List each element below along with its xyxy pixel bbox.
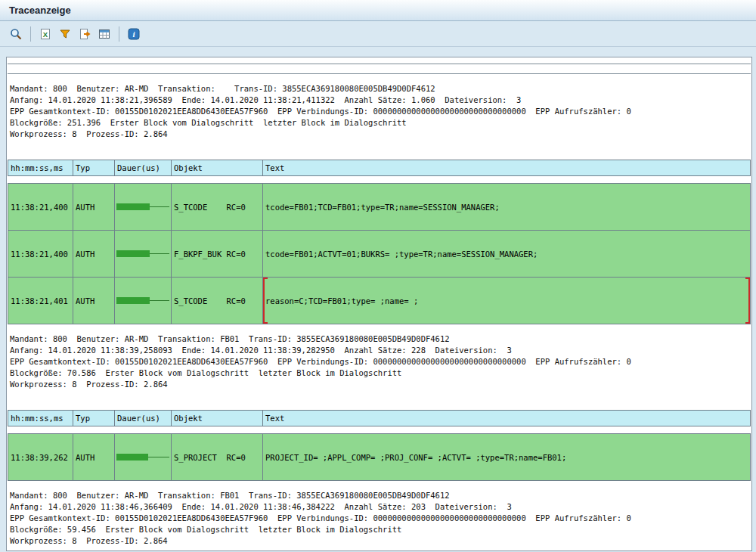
search-button[interactable] bbox=[7, 25, 25, 43]
cell-object[interactable]: S_TCODE RC=0 bbox=[172, 278, 263, 324]
duration-bar bbox=[116, 203, 150, 210]
cell-text-selected[interactable]: reason=C;TCD=FB01;type= ;name= ; bbox=[263, 278, 751, 324]
cell-typ[interactable]: AUTH bbox=[73, 434, 115, 481]
trace-row[interactable]: 11:38:21,400 AUTH F_BKPF_BUK RC=0 tcode=… bbox=[8, 231, 751, 278]
cell-object[interactable]: F_BKPF_BUK RC=0 bbox=[172, 231, 263, 278]
column-header-time[interactable]: hh:mm:ss,ms bbox=[8, 411, 73, 426]
export-file-icon bbox=[78, 27, 91, 41]
cell-duration[interactable] bbox=[115, 434, 172, 481]
trace-header-line: Anfang: 14.01.2020 11:38:46,366409 Ende:… bbox=[10, 501, 748, 513]
column-header-typ[interactable]: Typ bbox=[73, 411, 115, 426]
trace-row[interactable]: 11:38:21,401 AUTH S_TCODE RC=0 reason=C;… bbox=[8, 278, 751, 324]
trace-table-2: 11:38:39,262 AUTH S_PROJECT RC=0 PROJECT… bbox=[8, 433, 751, 481]
trace-header-line: Blockgröße: 251.396 Erster Block vom Dia… bbox=[10, 117, 748, 129]
trace-header-line: Anfang: 14.01.2020 11:38:39,258093 Ende:… bbox=[10, 345, 748, 356]
trace-block-header-1: Mandant: 800 Benutzer: AR-MD Transaktion… bbox=[8, 74, 751, 149]
trace-header-line: EPP Gesamtkontext-ID: 00155D0102021EEA8D… bbox=[10, 106, 748, 117]
duration-gauge bbox=[116, 296, 170, 305]
layout-grid-button[interactable] bbox=[95, 25, 113, 43]
duration-gauge bbox=[116, 202, 170, 212]
column-header-objekt[interactable]: Objekt bbox=[172, 160, 263, 176]
cell-object[interactable]: S_PROJECT RC=0 bbox=[172, 434, 263, 481]
duration-bar bbox=[116, 454, 148, 461]
cell-duration[interactable] bbox=[115, 278, 172, 324]
cell-typ[interactable]: AUTH bbox=[73, 231, 115, 278]
duration-gauge bbox=[116, 249, 170, 259]
svg-text:X: X bbox=[43, 29, 48, 38]
cell-time[interactable]: 11:38:39,262 bbox=[8, 434, 73, 481]
search-icon bbox=[9, 27, 23, 41]
table-spacer bbox=[8, 426, 751, 433]
info-button[interactable]: i bbox=[125, 25, 143, 43]
filter-button[interactable] bbox=[56, 25, 74, 43]
trace-display-area: Mandant: 800 Benutzer: AR-MD Transaktion… bbox=[6, 57, 752, 551]
cell-duration[interactable] bbox=[115, 231, 172, 278]
trace-header-line: Workprozess: 8 Prozess-ID: 2.864 bbox=[10, 535, 748, 547]
cell-time[interactable]: 11:38:21,401 bbox=[8, 278, 73, 324]
trace-header-line: Mandant: 800 Benutzer: AR-MD Transaktion… bbox=[10, 83, 748, 95]
trace-header-line: Mandant: 800 Benutzer: AR-MD Transaktion… bbox=[10, 333, 748, 345]
toolbar: X i bbox=[0, 21, 756, 47]
trace-row[interactable]: 11:38:39,262 AUTH S_PROJECT RC=0 PROJECT… bbox=[8, 434, 751, 481]
trace-header-line: EPP Gesamtkontext-ID: 00155D0102021EEA8D… bbox=[10, 356, 748, 367]
filter-icon bbox=[58, 27, 72, 41]
layout-grid-icon bbox=[98, 27, 111, 41]
column-header-dauer[interactable]: Dauer(us) bbox=[115, 160, 172, 176]
cell-time[interactable]: 11:38:21,400 bbox=[8, 231, 73, 278]
trace-header-line: Workprozess: 8 Prozess-ID: 2.864 bbox=[10, 129, 748, 140]
cell-object[interactable]: S_TCODE RC=0 bbox=[172, 184, 263, 231]
excel-export-button[interactable]: X bbox=[36, 25, 54, 43]
cell-time[interactable]: 11:38:21,400 bbox=[8, 184, 73, 231]
cell-text[interactable]: tcode=FB01;ACTVT=01;BUKRS= ;type=TR;name… bbox=[263, 231, 751, 278]
duration-bar bbox=[116, 250, 150, 257]
duration-bar bbox=[116, 297, 150, 304]
column-header-text[interactable]: Text bbox=[263, 411, 751, 426]
trace-block-header-2: Mandant: 800 Benutzer: AR-MD Transaktion… bbox=[8, 324, 751, 399]
cell-typ[interactable]: AUTH bbox=[73, 184, 115, 231]
cell-text[interactable]: tcode=FB01;TCD=FB01;type=TR;name=SESSION… bbox=[263, 184, 751, 231]
toolbar-separator bbox=[119, 26, 119, 42]
column-header-objekt[interactable]: Objekt bbox=[172, 411, 263, 426]
excel-export-icon: X bbox=[39, 27, 52, 41]
table-spacer bbox=[8, 176, 751, 183]
sap-window: Traceanzeige X bbox=[0, 0, 756, 552]
trace-header-line: Blockgröße: 59.456 Erster Block vom Dial… bbox=[10, 524, 748, 535]
duration-gauge bbox=[116, 452, 170, 462]
column-header-typ[interactable]: Typ bbox=[73, 160, 115, 176]
cell-typ[interactable]: AUTH bbox=[73, 278, 115, 324]
trace-block-header-3: Mandant: 800 Benutzer: AR-MD Transaktion… bbox=[8, 481, 751, 551]
page-title: Traceanzeige bbox=[9, 5, 71, 16]
info-icon: i bbox=[127, 27, 141, 41]
trace-header-line: Anfang: 14.01.2020 11:38:21,396589 Ende:… bbox=[10, 95, 748, 106]
trace-table-1: 11:38:21,400 AUTH S_TCODE RC=0 tcode=FB0… bbox=[8, 183, 751, 324]
cell-text[interactable]: PROJECT_ID= ;APPL_COMP= ;PROJ_CONF= ;ACT… bbox=[263, 434, 751, 481]
cell-duration[interactable] bbox=[115, 184, 172, 231]
export-file-button[interactable] bbox=[76, 25, 94, 43]
column-header-time[interactable]: hh:mm:ss,ms bbox=[8, 160, 73, 176]
trace-header-line: Blockgröße: 70.586 Erster Block vom Dial… bbox=[10, 367, 748, 379]
trace-header-line: Mandant: 800 Benutzer: AR-MD Transaktion… bbox=[10, 490, 748, 501]
column-header-text[interactable]: Text bbox=[263, 160, 751, 176]
trace-header-line: Workprozess: 8 Prozess-ID: 2.864 bbox=[10, 379, 748, 390]
column-header-dauer[interactable]: Dauer(us) bbox=[115, 411, 172, 426]
trace-row[interactable]: 11:38:21,400 AUTH S_TCODE RC=0 tcode=FB0… bbox=[8, 184, 751, 231]
empty-grid-row bbox=[8, 64, 751, 74]
trace-header-line: EPP Gesamtkontext-ID: 00155D0102021EEA8D… bbox=[10, 513, 748, 524]
trace-table-2-header: hh:mm:ss,ms Typ Dauer(us) Objekt Text bbox=[8, 410, 751, 426]
window-title-bar: Traceanzeige bbox=[0, 0, 756, 21]
toolbar-separator bbox=[30, 26, 31, 42]
trace-table-1-header: hh:mm:ss,ms Typ Dauer(us) Objekt Text bbox=[8, 160, 751, 176]
